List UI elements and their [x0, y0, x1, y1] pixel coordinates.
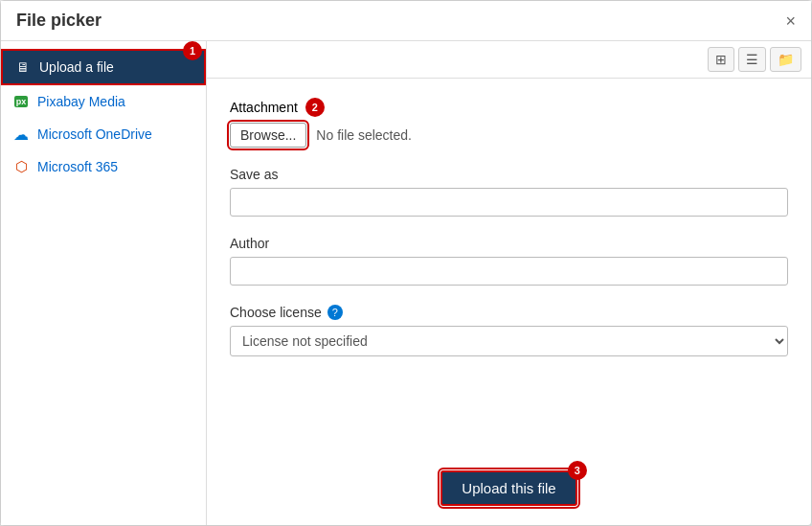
license-select[interactable]: License not specified CC BY CC BY-SA CC … — [230, 326, 788, 356]
onedrive-icon: ☁ — [12, 126, 30, 143]
modal-body: 🖥 Upload a file 1 px Pixabay Media ☁ Mic… — [1, 41, 811, 525]
sidebar-item-onedrive[interactable]: ☁ Microsoft OneDrive — [1, 118, 206, 150]
sidebar-item-label-m365: Microsoft 365 — [37, 159, 118, 174]
attachment-label-area: Attachment 2 — [230, 98, 325, 117]
upload-icon: 🖥 — [14, 58, 32, 76]
upload-button-wrapper: Upload this file 3 — [440, 470, 576, 506]
help-icon[interactable]: ? — [327, 305, 343, 320]
author-label: Author — [230, 236, 788, 251]
upload-badge: 3 — [568, 461, 587, 480]
author-input[interactable] — [230, 257, 788, 286]
attachment-group: Attachment 2 Browse... No file selected. — [230, 98, 788, 148]
sidebar-item-label-pixabay: Pixabay Media — [37, 94, 125, 109]
save-as-group: Save as — [230, 167, 788, 217]
folder-icon: 📁 — [778, 52, 794, 67]
sidebar-item-pixabay[interactable]: px Pixabay Media — [1, 85, 206, 118]
grid-view-button[interactable]: ⊞ — [708, 47, 734, 72]
modal-header: File picker × — [1, 1, 811, 41]
sidebar-item-m365[interactable]: ⬡ Microsoft 365 — [1, 150, 206, 183]
save-as-input[interactable] — [230, 188, 788, 217]
list-view-button[interactable]: ☰ — [738, 47, 766, 72]
sidebar-badge-1: 1 — [183, 41, 202, 60]
author-group: Author — [230, 236, 788, 286]
form-area: Attachment 2 Browse... No file selected.… — [207, 79, 811, 461]
attachment-badge: 2 — [305, 98, 325, 117]
browse-button[interactable]: Browse... — [230, 123, 306, 148]
m365-icon: ⬡ — [12, 158, 30, 175]
sidebar-item-upload[interactable]: 🖥 Upload a file — [1, 49, 206, 85]
modal: File picker × 🖥 Upload a file 1 px Pixab… — [0, 0, 812, 526]
sidebar-item-label-onedrive: Microsoft OneDrive — [37, 126, 152, 142]
list-icon: ☰ — [746, 52, 758, 67]
save-as-label: Save as — [230, 167, 788, 182]
grid-icon: ⊞ — [715, 52, 727, 67]
no-file-text: No file selected. — [316, 127, 412, 143]
sidebar-item-wrapper-upload: 🖥 Upload a file 1 — [1, 49, 206, 85]
main-content: ⊞ ☰ 📁 Attachment 2 Brows — [207, 41, 811, 525]
sidebar-item-label-upload: Upload a file — [39, 59, 114, 75]
sidebar: 🖥 Upload a file 1 px Pixabay Media ☁ Mic… — [1, 41, 207, 525]
license-group: Choose license ? License not specified C… — [230, 305, 788, 356]
close-button[interactable]: × — [785, 12, 796, 30]
license-label: Choose license ? — [230, 305, 788, 320]
modal-title: File picker — [16, 11, 102, 31]
toolbar: ⊞ ☰ 📁 — [207, 41, 811, 79]
footer-area: Upload this file 3 — [207, 461, 811, 525]
px-icon: px — [12, 93, 30, 110]
attachment-label: Attachment — [230, 100, 298, 115]
folder-view-button[interactable]: 📁 — [770, 47, 801, 72]
upload-button[interactable]: Upload this file — [440, 470, 576, 506]
attachment-row: Browse... No file selected. — [230, 123, 788, 148]
